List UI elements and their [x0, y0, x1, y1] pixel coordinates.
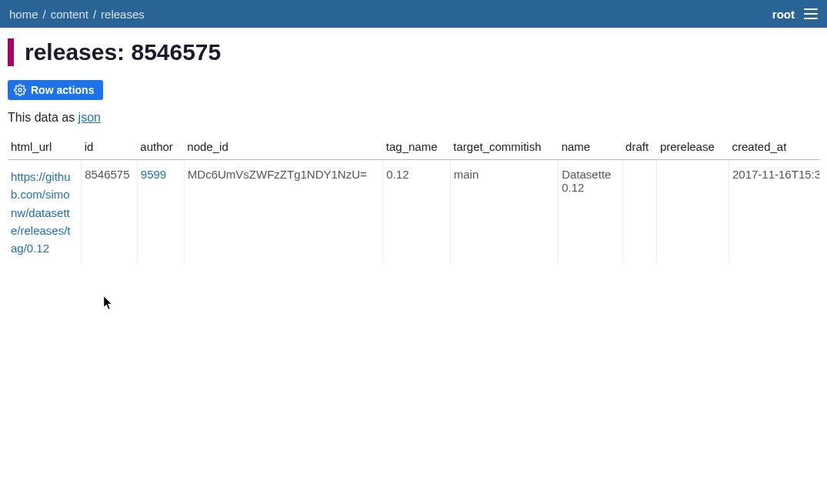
topbar-right: root: [772, 8, 818, 21]
col-header-author[interactable]: author: [137, 135, 184, 160]
gear-icon: [14, 84, 26, 96]
col-header-draft[interactable]: draft: [622, 135, 657, 160]
table-row: https://github.com/simonw/datasette/rele…: [8, 160, 819, 262]
data-table: html_url id author node_id tag_name targ…: [8, 135, 819, 262]
breadcrumb-sep: /: [43, 8, 46, 21]
breadcrumb-releases[interactable]: releases: [101, 8, 145, 21]
col-header-target-commitish[interactable]: target_commitish: [450, 135, 558, 160]
cell-created-at: 2017-11-16T15:37: [729, 160, 819, 262]
cell-node-id: MDc6UmVsZWFzZTg1NDY1NzU=: [184, 160, 382, 262]
cursor-icon: [104, 296, 113, 310]
table-header-row: html_url id author node_id tag_name targ…: [8, 135, 819, 160]
svg-point-0: [18, 88, 22, 92]
data-as-line: This data as json: [8, 111, 819, 125]
breadcrumb-home[interactable]: home: [9, 8, 38, 21]
cell-target-commitish: main: [450, 160, 558, 262]
cell-id: 8546575: [82, 160, 138, 262]
json-link[interactable]: json: [78, 111, 101, 124]
col-header-tag-name[interactable]: tag_name: [383, 135, 451, 160]
cell-draft: [622, 160, 657, 262]
cell-prerelease: [657, 160, 729, 262]
page-content: releases: 8546575 Row actions This data …: [0, 28, 827, 272]
col-header-name[interactable]: name: [559, 135, 622, 160]
cell-tag-name: 0.12: [383, 160, 451, 262]
row-actions-label: Row actions: [31, 84, 94, 96]
row-actions-button[interactable]: Row actions: [8, 80, 103, 100]
breadcrumb-content[interactable]: content: [51, 8, 88, 21]
user-label[interactable]: root: [772, 8, 795, 21]
menu-icon[interactable]: [804, 8, 818, 19]
table-wrap: html_url id author node_id tag_name targ…: [8, 135, 819, 262]
page-title: releases: 8546575: [8, 38, 819, 66]
cell-name: Datasette 0.12: [559, 160, 622, 262]
col-header-html-url[interactable]: html_url: [8, 135, 82, 160]
breadcrumb-sep: /: [93, 8, 96, 21]
cell-author-link[interactable]: 9599: [141, 168, 166, 181]
breadcrumb: home / content / releases: [9, 8, 145, 21]
col-header-prerelease[interactable]: prerelease: [657, 135, 729, 160]
data-as-prefix: This data as: [8, 111, 78, 124]
col-header-id[interactable]: id: [82, 135, 138, 160]
col-header-node-id[interactable]: node_id: [184, 135, 382, 160]
col-header-created-at[interactable]: created_at: [729, 135, 819, 160]
topbar: home / content / releases root: [0, 0, 827, 28]
cell-html-url-link[interactable]: https://github.com/simonw/datasette/rele…: [11, 168, 75, 257]
